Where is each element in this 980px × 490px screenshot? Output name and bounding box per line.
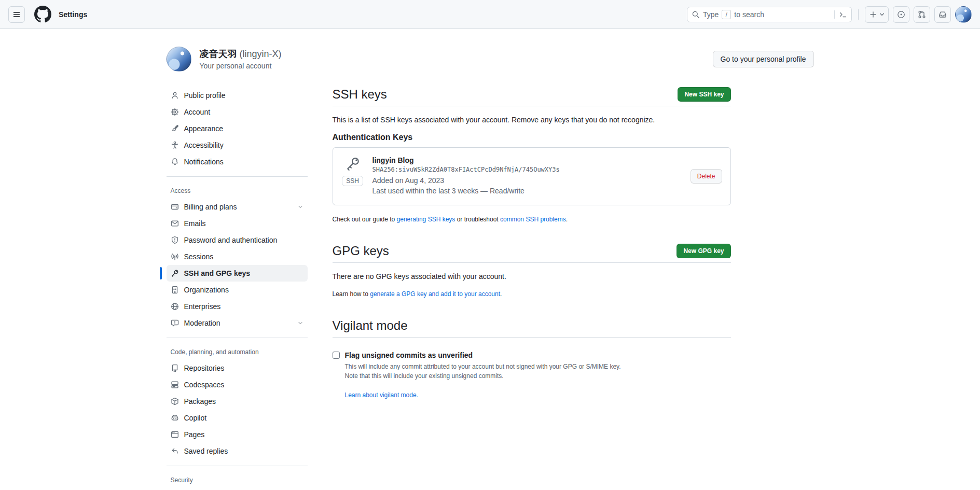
- sidebar-item-password-authentication[interactable]: Password and authentication: [167, 232, 308, 248]
- sidebar-item-copilot[interactable]: Copilot: [167, 410, 308, 426]
- copilot-icon: [171, 414, 179, 422]
- profile-identity: 凌音天羽 (lingyin-X) Your personal account: [200, 48, 282, 69]
- gpg-keys-section: GPG keys New GPG key There are no GPG ke…: [333, 244, 731, 298]
- person-icon: [171, 91, 179, 100]
- shield-lock-icon: [171, 236, 179, 244]
- ssh-guide-note: Check out our guide to generating SSH ke…: [333, 216, 731, 223]
- profile-username: (lingyin-X): [240, 49, 282, 59]
- sidebar-item-ssh-gpg-keys[interactable]: SSH and GPG keys: [167, 265, 308, 282]
- sidebar-item-label: Notifications: [184, 158, 224, 166]
- command-palette-icon[interactable]: [834, 10, 847, 19]
- sidebar-divider: [167, 176, 308, 177]
- sidebar-item-saved-replies[interactable]: Saved replies: [167, 443, 308, 459]
- sidebar-item-label: Codespaces: [184, 381, 225, 389]
- global-header: Settings Type / to search: [0, 0, 980, 29]
- ssh-key-list-item: SSH lingyin Blog SHA256:sivuWSkR2ZdA0T8x…: [333, 147, 731, 205]
- sidebar-item-label: Saved replies: [184, 447, 228, 455]
- vigilant-description: This will include any commit attributed …: [345, 362, 621, 381]
- create-new-button[interactable]: [865, 6, 889, 23]
- browser-icon: [171, 430, 179, 439]
- sidebar-item-label: Sessions: [184, 253, 214, 261]
- codespaces-icon: [171, 381, 179, 389]
- search-placeholder-suffix: to search: [734, 10, 764, 19]
- issues-button[interactable]: [893, 6, 909, 23]
- ssh-guide-middle: or troubleshoot: [455, 216, 500, 223]
- accessibility-icon: [171, 141, 179, 149]
- common-ssh-problems-link[interactable]: common SSH problems: [500, 216, 566, 223]
- sidebar-item-notifications[interactable]: Notifications: [167, 153, 308, 170]
- sidebar-item-accessibility[interactable]: Accessibility: [167, 137, 308, 153]
- settings-sidebar: Public profile Account Appearance Access…: [167, 87, 308, 490]
- gear-icon: [171, 108, 179, 116]
- slash-key: /: [722, 10, 731, 19]
- sidebar-item-label: Copilot: [184, 414, 207, 422]
- header-avatar[interactable]: [955, 6, 972, 23]
- sidebar-item-account[interactable]: Account: [167, 104, 308, 120]
- new-gpg-key-button[interactable]: New GPG key: [677, 244, 730, 258]
- search-icon: [692, 10, 700, 19]
- delete-ssh-key-button[interactable]: Delete: [691, 169, 722, 184]
- package-icon: [171, 397, 179, 405]
- menu-icon: [12, 10, 21, 19]
- sidebar-item-billing-and-plans[interactable]: Billing and plans: [167, 199, 308, 215]
- credit-card-icon: [171, 203, 179, 211]
- repo-icon: [171, 364, 179, 372]
- vigilant-description-line2: Note that this will include your existin…: [345, 371, 621, 381]
- pull-requests-button[interactable]: [914, 6, 930, 23]
- inbox-icon: [938, 10, 947, 19]
- profile-name: 凌音天羽: [200, 49, 237, 59]
- sidebar-item-label: Repositories: [184, 364, 225, 372]
- sidebar-item-organizations[interactable]: Organizations: [167, 282, 308, 298]
- globe-icon: [171, 302, 179, 311]
- github-logo-icon[interactable]: [34, 6, 51, 23]
- sidebar-divider: [167, 338, 308, 338]
- github-settings-page: Settings Type / to search: [0, 0, 980, 490]
- sidebar-item-sessions[interactable]: Sessions: [167, 248, 308, 265]
- sidebar-item-appearance[interactable]: Appearance: [167, 120, 308, 137]
- gpg-keys-title: GPG keys: [333, 244, 389, 258]
- sidebar-item-label: Accessibility: [184, 141, 224, 149]
- ssh-key-last-used: Last used within the last 3 weeks — Read…: [372, 186, 682, 196]
- ssh-type-badge: SSH: [342, 176, 363, 186]
- inbox-button[interactable]: [934, 6, 951, 23]
- mail-icon: [171, 219, 179, 228]
- generating-ssh-keys-link[interactable]: generating SSH keys: [397, 216, 456, 223]
- chevron-down-icon: [297, 204, 303, 210]
- sidebar-section-access: Access: [167, 183, 308, 199]
- learn-vigilant-mode-link[interactable]: Learn about vigilant mode.: [345, 391, 418, 399]
- search-input[interactable]: Type / to search: [687, 7, 852, 22]
- sidebar-item-repositories[interactable]: Repositories: [167, 360, 308, 376]
- new-ssh-key-button[interactable]: New SSH key: [678, 87, 730, 102]
- ssh-keys-title: SSH keys: [333, 87, 387, 102]
- header-actions: Type / to search: [687, 6, 972, 23]
- chevron-down-icon: [879, 13, 885, 16]
- flag-unsigned-label: Flag unsigned commits as unverified: [345, 350, 621, 361]
- hamburger-menu-button[interactable]: [8, 6, 25, 23]
- flag-unsigned-checkbox[interactable]: [333, 352, 340, 359]
- ssh-keys-section: SSH keys New SSH key This is a list of S…: [333, 87, 731, 223]
- sidebar-item-pages[interactable]: Pages: [167, 426, 308, 443]
- sidebar-divider: [167, 466, 308, 466]
- sidebar-item-public-profile[interactable]: Public profile: [167, 87, 308, 104]
- generate-gpg-key-link[interactable]: generate a GPG key and add it to your ac…: [370, 290, 500, 298]
- page-context-title[interactable]: Settings: [59, 10, 87, 19]
- sidebar-item-emails[interactable]: Emails: [167, 215, 308, 232]
- gpg-learn-suffix: .: [500, 290, 502, 298]
- search-placeholder-prefix: Type: [703, 10, 719, 19]
- sidebar-item-packages[interactable]: Packages: [167, 393, 308, 410]
- ssh-key-title: lingyin Blog: [372, 156, 682, 164]
- sidebar-item-code-security[interactable]: Code security and analysis: [167, 488, 308, 490]
- sidebar-item-enterprises[interactable]: Enterprises: [167, 298, 308, 315]
- sidebar-item-codespaces[interactable]: Codespaces: [167, 376, 308, 393]
- paintbrush-icon: [171, 124, 179, 133]
- gpg-learn-prefix: Learn how to: [333, 290, 370, 298]
- profile-avatar[interactable]: [167, 47, 191, 72]
- vigilant-mode-title: Vigilant mode: [333, 318, 408, 333]
- flag-unsigned-content: Flag unsigned commits as unverified This…: [345, 350, 621, 381]
- ssh-key-added-date: Added on Aug 4, 2023: [372, 175, 682, 186]
- sidebar-item-label: Appearance: [184, 124, 224, 133]
- go-to-profile-button[interactable]: Go to your personal profile: [713, 51, 814, 67]
- sidebar-item-label: Packages: [184, 397, 216, 405]
- sidebar-item-moderation[interactable]: Moderation: [167, 315, 308, 331]
- profile-header: 凌音天羽 (lingyin-X) Your personal account G…: [167, 47, 814, 72]
